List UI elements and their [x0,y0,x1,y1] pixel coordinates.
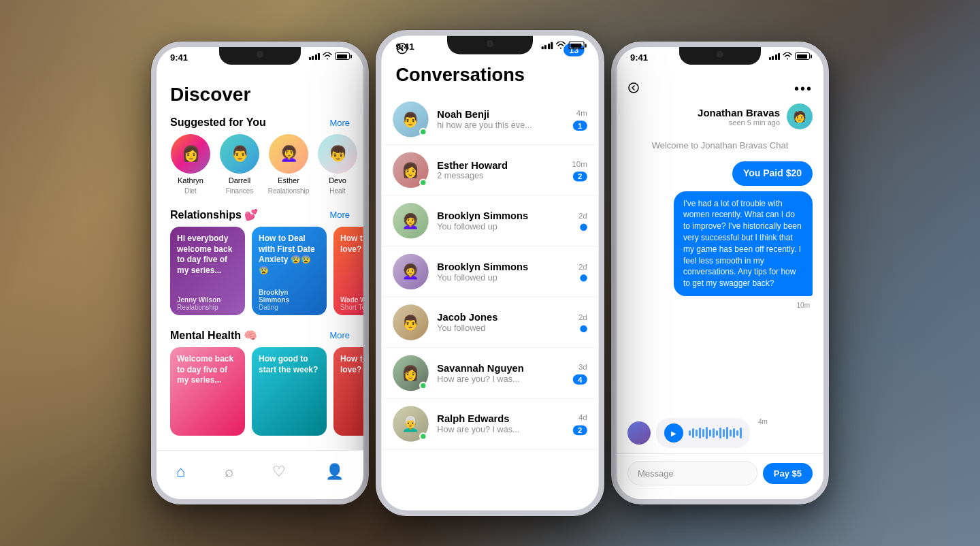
conv-meta: 2d [578,312,587,332]
home-icon: ⌂ [176,463,185,481]
card-content: Hi everybody welcome back to day five of… [170,227,245,292]
conv-name: Noah Benji [437,109,564,121]
back-button[interactable] [627,81,640,97]
conv-preview: hi how are you this eve... [437,120,564,130]
relationships-more-btn[interactable]: More [329,210,350,220]
online-indicator [419,128,427,136]
card-mental-1[interactable]: Welcome back to day five of my series... [170,347,245,436]
mental-health-more-btn[interactable]: More [329,330,350,340]
conversation-item-brooklyn-1[interactable]: 👩‍🦱 Brooklyn Simmons You followed up 2d [381,196,598,247]
wave-bar [692,428,694,438]
signal-bar-3 [315,54,317,60]
conv-meta: 10m 2 [572,159,587,182]
heart-icon: ♡ [272,463,286,481]
notch [219,47,301,65]
card-jenny[interactable]: Hi everybody welcome back to day five of… [170,227,245,315]
search-icon: ⌕ [225,463,233,481]
back-icon [627,82,640,93]
chat-header: ••• [617,77,823,101]
conversation-item-noah[interactable]: 👨 Noah Benji hi how are you this eve... … [381,95,598,146]
avatar-sub: Finances [226,187,254,195]
more-options-button[interactable]: ••• [794,81,813,97]
card-footer: Brooklyn Simmons Dating [252,285,327,315]
wave-bar [696,430,698,436]
conv-preview: You followed [437,323,570,334]
unread-dot [580,223,587,231]
conv-meta: 2d [578,262,587,281]
card-creator-name: Wade W [340,296,363,304]
avatar-name: Darrell [229,176,250,184]
voice-avatar [627,421,651,445]
status-time: 9:41 [395,42,414,52]
wave-bar [706,427,708,439]
mental-health-header: Mental Health 🧠 More [157,323,363,347]
avatar-img: 👨 [220,134,259,174]
avatar-ralph: 👨‍🦳 [393,406,429,442]
avatar-item[interactable]: 👦 Devo Healt [317,134,358,195]
voice-bubble[interactable]: ▶ [656,418,750,448]
avatar-item[interactable]: 👨 Darrell Finances [219,134,260,195]
side-button-mute [376,107,377,130]
card-wade[interactable]: How t happi love? Wade W Short Te [333,227,363,315]
avatar-item[interactable]: 👩 Kathryn Diet [170,134,211,195]
conv-meta: 4m 1 [573,108,587,131]
conversation-list[interactable]: 👨 Noah Benji hi how are you this eve... … [381,95,598,477]
tab-home[interactable]: ⌂ [176,463,185,481]
avatar-img: 👩 [171,134,210,174]
suggested-more-btn[interactable]: More [329,118,350,128]
online-indicator [419,178,427,187]
pay-button[interactable]: Pay $5 [763,463,813,484]
tab-search[interactable]: ⌕ [225,463,233,481]
message-input[interactable]: Message [627,461,757,485]
play-button[interactable]: ▶ [664,423,683,443]
tab-favorites[interactable]: ♡ [272,463,286,481]
avatar-esther[interactable]: 👩‍🦱 [269,134,308,174]
avatar-emoji: 👨 [402,111,419,128]
relationships-cards: Hi everybody welcome back to day five of… [157,227,363,323]
wave-bar [726,427,728,439]
waveform [689,426,742,440]
chat-messages: You Paid $20 I've had a lot of trouble w… [617,156,823,413]
conv-meta: 3d 4 [573,362,587,385]
discover-content[interactable]: Discover Suggested for You More 👩 Kathry… [157,47,363,499]
avatar-img: 👦 [318,134,357,174]
mental-health-title: Mental Health 🧠 [170,329,257,342]
card-content: How t happi love? [333,347,363,436]
conv-name: Ralph Edwards [437,413,564,425]
conv-badge: 4 [573,374,587,385]
conv-preview: You followed up [437,272,570,283]
avatar-item[interactable]: 👩‍🦱 Esther Realationship [268,134,309,195]
wave-bar [719,428,721,438]
relationships-title: Relationships 💕 [170,208,258,221]
conversation-item-esther[interactable]: 👩 Esther Howard 2 messages 10m 2 [381,145,598,196]
avatar-devo[interactable]: 👦 [318,134,357,174]
signal-bar-2 [772,56,774,60]
avatar-darrell[interactable]: 👨 [220,134,259,174]
conversation-item-brooklyn-2[interactable]: 👩‍🦱 Brooklyn Simmons You followed up 2d [381,246,598,298]
conversation-item-savannah[interactable]: 👩 Savannah Nguyen How are you? I was... … [381,348,598,399]
conversation-item-ralph[interactable]: 👨‍🦳 Ralph Edwards How are you? I was... … [381,399,598,450]
wave-bar [730,430,732,436]
tab-profile[interactable]: 👤 [325,463,344,481]
card-category: Realationship [177,304,238,311]
conv-name: Savannah Nguyen [437,362,564,374]
avatar-emoji: 👨‍🦳 [402,415,419,432]
conv-time: 4m [576,108,587,117]
card-brooklyn[interactable]: How to Deal with First Date Anxiety 😰😰😰 … [252,227,327,315]
signal-bar-1 [769,57,771,60]
signal-bar-4 [778,53,780,60]
signal-bar-1 [541,46,543,49]
conv-time: 2d [578,312,587,321]
avatar-kathryn[interactable]: 👩 [171,134,210,174]
signal-bar-2 [544,45,546,49]
avatar-brooklyn-1: 👩‍🦱 [393,203,429,238]
chat-avatar: 🧑 [787,103,813,129]
avatar-emoji: 👩‍🦱 [402,263,419,280]
avatar-sub: Diet [184,187,197,195]
page-title: Discover [157,77,363,111]
card-mental-3[interactable]: How t happi love? [333,347,363,436]
conversation-item-jacob[interactable]: 👨 Jacob Jones You followed 2d [381,298,598,349]
card-text: Hi everybody welcome back to day five of… [177,234,238,276]
avatar-img: 👩‍🦱 [269,134,308,174]
card-mental-2[interactable]: How good to start the week? [252,347,327,436]
